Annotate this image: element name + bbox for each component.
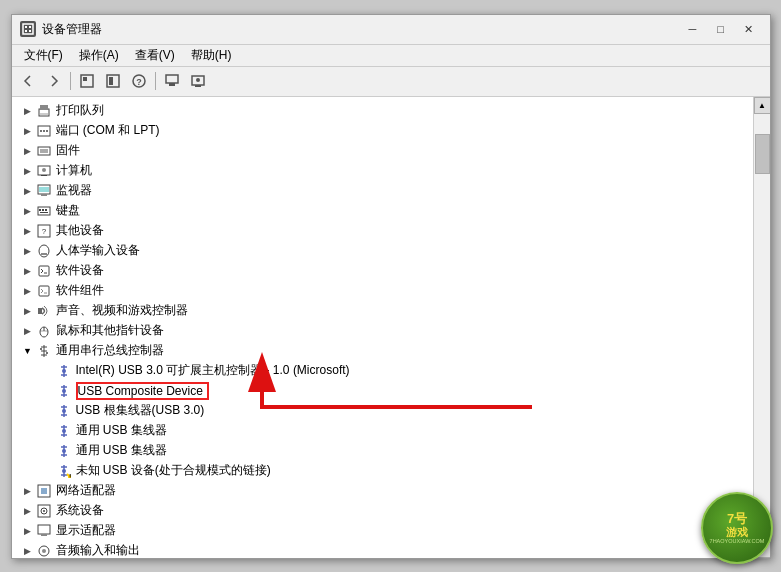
svg-point-21 [43,130,45,132]
audio-icon [36,543,52,558]
usb-composite-item[interactable]: ▶ USB Composite Device [12,381,753,401]
sound-icon [36,303,52,319]
usb-hub-30-item[interactable]: ▶ USB 根集线器(USB 3.0) [12,401,753,421]
svg-rect-57 [41,488,47,494]
scroll-down-button[interactable]: ▼ [754,541,770,558]
svg-point-51 [62,429,66,433]
svg-rect-41 [39,286,49,296]
port-icon [36,123,52,139]
back-button[interactable] [16,70,40,92]
usb-generic-hub-2-item[interactable]: ▶ 通用 USB 集线器 [12,441,753,461]
list-item[interactable]: ▶ 端口 (COM 和 LPT) [12,121,753,141]
item-label: 通用 USB 集线器 [76,422,167,439]
list-item[interactable]: ▶ 鼠标和其他指针设备 [12,321,753,341]
item-label: 固件 [56,142,80,159]
usb-hub-icon [56,403,72,419]
list-item[interactable]: ▶ 软件设备 [12,261,753,281]
svg-text:?: ? [41,227,46,236]
software-device-icon [36,263,52,279]
device-tree[interactable]: ▶ 打印队列 ▶ 端口 (COM 和 LPT) ▶ 固件 [12,97,753,558]
list-item[interactable]: ▶ 软件组件 [12,281,753,301]
list-item[interactable]: ▶ 声音、视频和游戏控制器 [12,301,753,321]
svg-rect-40 [39,266,49,276]
system-device-item[interactable]: ▶ 系统设备 [12,501,753,521]
forward-button[interactable] [42,70,66,92]
toolbar-btn-1[interactable] [75,70,99,92]
item-label: 监视器 [56,182,92,199]
network-adapter-item[interactable]: ▶ 网络适配器 [12,481,753,501]
svg-rect-3 [25,30,27,32]
toolbar-btn-3[interactable] [160,70,184,92]
scroll-up-button[interactable]: ▲ [754,97,770,114]
svg-rect-6 [83,77,87,81]
svg-point-46 [40,348,42,350]
list-item[interactable]: ▶ ? 其他设备 [12,221,753,241]
device-manager-window: 设备管理器 ─ □ ✕ 文件(F) 操作(A) 查看(V) 帮助(H) ? [11,14,771,559]
list-item[interactable]: ▶ 固件 [12,141,753,161]
computer-icon [36,163,52,179]
svg-point-47 [46,352,48,354]
expand-icon: ▶ [20,223,36,239]
content-area: ▶ 打印队列 ▶ 端口 (COM 和 LPT) ▶ 固件 [12,97,770,558]
list-item[interactable]: ▶ 打印队列 [12,101,753,121]
list-item[interactable]: ▶ 计算机 [12,161,753,181]
menu-view[interactable]: 查看(V) [127,45,183,66]
svg-rect-4 [29,30,31,32]
monitor-icon [36,183,52,199]
help-button[interactable]: ? [127,70,151,92]
list-item[interactable]: ▶ 人体学输入设备 [12,241,753,261]
svg-rect-14 [195,85,201,87]
expand-icon: ▶ [20,203,36,219]
usb-item-icon [56,363,72,379]
list-item[interactable]: ▶ 键盘 [12,201,753,221]
expand-icon: ▶ [20,483,36,499]
menu-bar: 文件(F) 操作(A) 查看(V) 帮助(H) [12,45,770,67]
toolbar-btn-4[interactable] [186,70,210,92]
svg-rect-17 [40,105,48,110]
audio-io-item[interactable]: ▶ 音频输入和输出 [12,541,753,558]
svg-point-48 [62,369,66,373]
menu-file[interactable]: 文件(F) [16,45,71,66]
menu-action[interactable]: 操作(A) [71,45,127,66]
svg-rect-30 [39,187,49,192]
display-adapter-item[interactable]: ▶ 显示适配器 [12,521,753,541]
expand-icon: ▶ [20,263,36,279]
svg-rect-39 [41,253,47,255]
close-button[interactable]: ✕ [736,19,762,39]
svg-rect-2 [29,26,31,28]
expand-icon: ▶ [20,163,36,179]
mouse-icon [36,323,52,339]
item-label: 显示适配器 [56,522,116,539]
hid-icon [36,243,52,259]
svg-point-20 [40,130,42,132]
list-item[interactable]: ▶ 监视器 [12,181,753,201]
svg-rect-34 [45,209,47,211]
usb-generic-hub-1-item[interactable]: ▶ 通用 USB 集线器 [12,421,753,441]
svg-point-15 [196,78,200,82]
network-icon [36,483,52,499]
expand-icon: ▶ [20,303,36,319]
usb-unknown-item[interactable]: ▶ ! 未知 USB 设备(处于合规模式的链接) [12,461,753,481]
scrollbar[interactable]: ▲ ▼ [753,97,770,558]
svg-rect-35 [40,212,48,213]
expand-icon: ▶ [20,143,36,159]
intel-usb-item[interactable]: ▶ Intel(R) USB 3.0 可扩展主机控制器 - 1.0 (Micro… [12,361,753,381]
svg-rect-32 [39,209,41,211]
usb-generic-icon [56,423,72,439]
svg-point-38 [39,245,49,257]
minimize-button[interactable]: ─ [680,19,706,39]
item-label: 键盘 [56,202,80,219]
expand-icon: ▶ [20,503,36,519]
usb-controller-item[interactable]: ▼ 通用串行总线控制器 [12,341,753,361]
printer-icon [36,103,52,119]
item-label: 软件组件 [56,282,104,299]
maximize-button[interactable]: □ [708,19,734,39]
display-icon [36,523,52,539]
expand-icon: ▼ [20,343,36,359]
menu-help[interactable]: 帮助(H) [183,45,240,66]
toolbar-btn-2[interactable] [101,70,125,92]
scroll-thumb[interactable] [755,134,770,174]
item-label: 鼠标和其他指针设备 [56,322,164,339]
toolbar-separator-1 [70,72,71,90]
window-controls: ─ □ ✕ [680,19,762,39]
